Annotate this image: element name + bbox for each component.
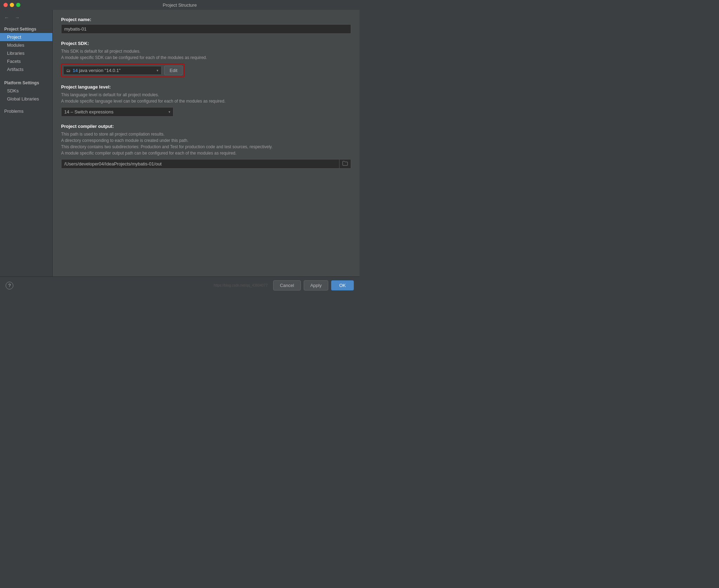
sdk-dropdown[interactable]: 🗂 14 java version "14.0.1" ▾ <box>63 66 161 75</box>
maximize-button[interactable] <box>16 3 20 7</box>
apply-button[interactable]: Apply <box>304 280 329 290</box>
output-folder-browse-button[interactable] <box>339 159 351 168</box>
project-language-desc: This language level is default for all p… <box>61 92 351 104</box>
cancel-button[interactable]: Cancel <box>273 280 301 290</box>
close-button[interactable] <box>4 3 8 7</box>
sidebar-item-artifacts[interactable]: Artifacts <box>0 65 52 73</box>
minimize-button[interactable] <box>10 3 14 7</box>
compiler-output-path-row: /Users/developer04/IdeaProjects/mybatis-… <box>61 159 351 169</box>
nav-back-forward: ← → <box>0 13 52 24</box>
ok-button[interactable]: OK <box>331 280 354 290</box>
project-language-label: Project language level: <box>61 84 351 90</box>
window-controls <box>4 3 20 7</box>
platform-settings-label: Platform Settings <box>0 79 52 87</box>
help-button[interactable]: ? <box>6 282 13 289</box>
folder-icon <box>342 161 348 166</box>
sdk-select-row: 🗂 14 java version "14.0.1" ▾ Edit <box>61 64 185 77</box>
sdk-chevron-icon: ▾ <box>157 68 158 72</box>
language-level-text: 14 – Switch expressions <box>64 109 169 115</box>
watermark: https://blog.csdn.net/qq_43804077 <box>214 283 268 287</box>
project-sdk-desc1: This SDK is default for all project modu… <box>61 48 351 61</box>
sidebar-item-project[interactable]: Project <box>0 33 52 41</box>
language-chevron-icon: ▾ <box>169 110 170 114</box>
project-name-label: Project name: <box>61 17 351 22</box>
sidebar-item-libraries[interactable]: Libraries <box>0 49 52 57</box>
sdk-edit-button[interactable]: Edit <box>164 66 183 75</box>
project-language-level-section: Project language level: This language le… <box>61 84 351 117</box>
sidebar: ← → Project Settings Project Modules Lib… <box>0 10 53 276</box>
project-name-section: Project name: <box>61 17 351 34</box>
language-level-dropdown[interactable]: 14 – Switch expressions ▾ <box>61 107 173 117</box>
bottom-right: https://blog.csdn.net/qq_43804077 Cancel… <box>214 280 354 290</box>
forward-button[interactable]: → <box>13 14 21 21</box>
sdk-version-number: 14 <box>73 68 78 73</box>
sidebar-item-modules[interactable]: Modules <box>0 41 52 49</box>
compiler-output-label: Project compiler output: <box>61 124 351 129</box>
sidebar-item-global-libraries[interactable]: Global Libraries <box>0 95 52 103</box>
sidebar-item-facets[interactable]: Facets <box>0 57 52 65</box>
window-title: Project Structure <box>163 2 197 8</box>
compiler-output-path: /Users/developer04/IdeaProjects/mybatis-… <box>61 159 339 168</box>
bottom-bar: ? https://blog.csdn.net/qq_43804077 Canc… <box>0 276 360 294</box>
sidebar-item-sdks[interactable]: SDKs <box>0 87 52 95</box>
compiler-output-desc: This path is used to store all project c… <box>61 131 351 156</box>
sidebar-item-problems[interactable]: Problems <box>0 107 52 115</box>
project-compiler-output-section: Project compiler output: This path is us… <box>61 124 351 169</box>
back-button[interactable]: ← <box>3 14 11 21</box>
project-sdk-label: Project SDK: <box>61 41 351 46</box>
sdk-select-text: 14 java version "14.0.1" <box>73 68 157 73</box>
title-bar: Project Structure <box>0 0 360 10</box>
sdk-folder-icon: 🗂 <box>66 68 71 73</box>
project-name-input[interactable] <box>61 24 351 34</box>
bottom-left: ? <box>6 282 13 289</box>
content-area: Project name: Project SDK: This SDK is d… <box>53 10 360 276</box>
project-sdk-section: Project SDK: This SDK is default for all… <box>61 41 351 77</box>
main-container: ← → Project Settings Project Modules Lib… <box>0 10 360 276</box>
project-settings-label: Project Settings <box>0 25 52 33</box>
